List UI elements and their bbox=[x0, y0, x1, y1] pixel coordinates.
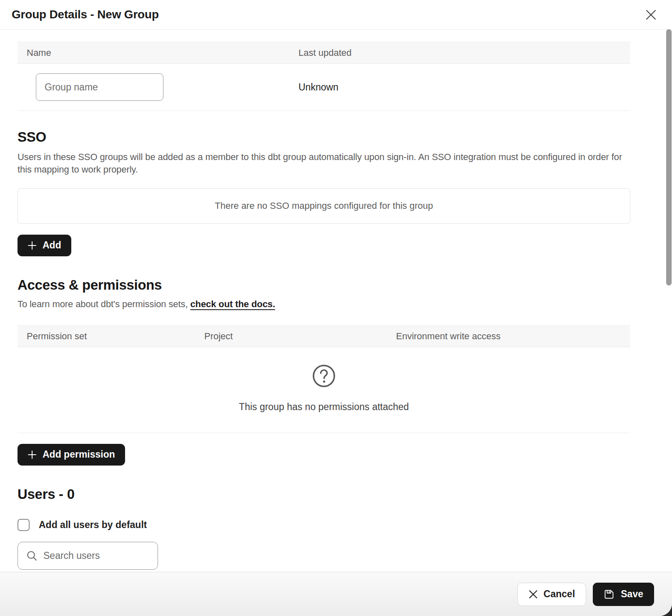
last-updated-column-header: Last updated bbox=[298, 48, 630, 58]
question-circle-icon bbox=[312, 364, 336, 388]
docs-link[interactable]: check out the docs. bbox=[190, 299, 275, 309]
add-sso-mapping-button[interactable]: Add bbox=[18, 235, 71, 256]
add-all-users-checkbox[interactable] bbox=[18, 519, 30, 531]
permissions-empty-state: This group has no permissions attached bbox=[18, 347, 630, 433]
floppy-disk-icon bbox=[604, 589, 614, 600]
users-heading: Users - 0 bbox=[18, 486, 630, 502]
cancel-x-icon bbox=[529, 590, 538, 599]
permissions-description-text: To learn more about dbt's permission set… bbox=[18, 299, 190, 309]
plus-icon bbox=[28, 241, 37, 250]
sso-heading: SSO bbox=[18, 129, 630, 145]
add-permission-button[interactable]: Add permission bbox=[18, 444, 125, 466]
sso-description: Users in these SSO groups will be added … bbox=[18, 151, 627, 176]
permissions-empty-message: This group has no permissions attached bbox=[239, 401, 409, 413]
close-icon bbox=[646, 10, 656, 20]
last-updated-value: Unknown bbox=[298, 82, 630, 93]
group-name-table: Name Last updated Unknown bbox=[18, 42, 630, 111]
group-details-modal: Group Details - New Group Name Last upda… bbox=[0, 0, 672, 616]
modal-title: Group Details - New Group bbox=[12, 8, 159, 21]
sso-empty-message: There are no SSO mappings configured for… bbox=[215, 200, 433, 211]
group-table-header-row: Name Last updated bbox=[18, 42, 630, 64]
save-button[interactable]: Save bbox=[593, 583, 654, 606]
permission-set-column-header: Permission set bbox=[18, 331, 204, 342]
name-column-header: Name bbox=[18, 48, 298, 58]
modal-footer: Cancel Save bbox=[0, 572, 672, 616]
environment-write-access-column-header: Environment write access bbox=[396, 331, 630, 342]
sso-empty-state: There are no SSO mappings configured for… bbox=[18, 188, 630, 224]
project-column-header: Project bbox=[204, 331, 396, 342]
plus-icon bbox=[28, 450, 37, 459]
close-button[interactable] bbox=[644, 8, 658, 22]
access-permissions-heading: Access & permissions bbox=[18, 277, 630, 293]
add-all-users-row[interactable]: Add all users by default bbox=[18, 519, 630, 531]
modal-body: Name Last updated Unknown SSO Users in t… bbox=[0, 30, 672, 572]
vertical-scrollbar[interactable] bbox=[666, 29, 672, 285]
save-button-label: Save bbox=[621, 588, 643, 600]
permissions-table: Permission set Project Environment write… bbox=[18, 326, 630, 433]
group-table-row: Unknown bbox=[18, 64, 630, 111]
add-permission-button-label: Add permission bbox=[43, 449, 115, 460]
add-all-users-label: Add all users by default bbox=[39, 519, 147, 531]
search-users-input[interactable] bbox=[43, 550, 167, 561]
cancel-button-label: Cancel bbox=[544, 588, 575, 600]
permissions-description: To learn more about dbt's permission set… bbox=[18, 299, 630, 310]
search-users-field[interactable] bbox=[18, 542, 158, 570]
permissions-table-header-row: Permission set Project Environment write… bbox=[18, 326, 630, 347]
modal-header: Group Details - New Group bbox=[0, 0, 672, 30]
cancel-button[interactable]: Cancel bbox=[517, 583, 586, 606]
group-name-input[interactable] bbox=[36, 73, 163, 101]
add-sso-button-label: Add bbox=[43, 240, 61, 251]
search-icon bbox=[26, 550, 38, 561]
